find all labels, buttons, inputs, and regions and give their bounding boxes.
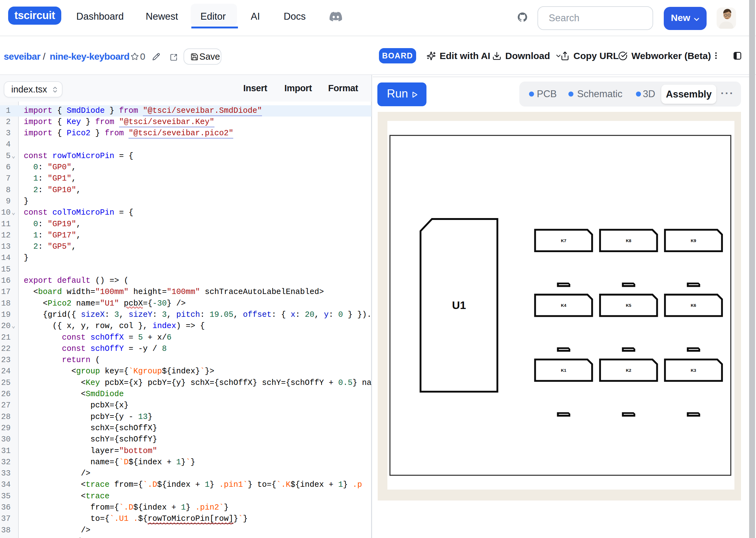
svg-text:K2: K2 [626,368,632,373]
svg-text:K9: K9 [691,239,696,243]
svg-text:K3: K3 [691,368,696,373]
svg-text:K6: K6 [691,303,696,308]
svg-text:K4: K4 [561,303,566,308]
svg-text:U1: U1 [452,299,466,311]
svg-text:K1: K1 [561,368,566,373]
svg-text:K5: K5 [626,303,632,308]
svg-text:K7: K7 [561,239,566,243]
svg-text:K8: K8 [626,239,632,243]
